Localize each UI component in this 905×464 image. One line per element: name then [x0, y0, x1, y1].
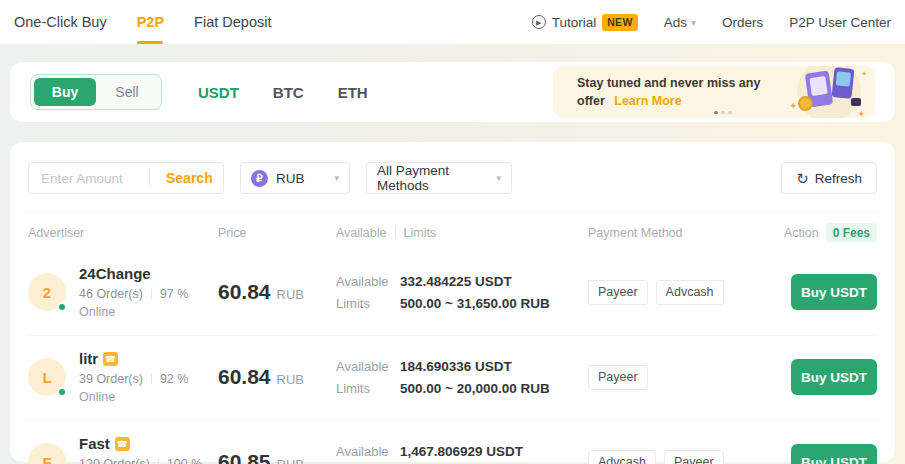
header-available-limits: AvailableLimits [336, 226, 588, 240]
completion-rate: 97 % [160, 287, 189, 301]
price-currency: RUB [277, 287, 304, 302]
available-label: Available [336, 442, 400, 461]
p2p-user-center-link[interactable]: P2P User Center [789, 15, 891, 30]
amount-input[interactable] [29, 171, 149, 186]
payment-method-tag: Advcash [588, 450, 656, 464]
avatar-initial: F [42, 454, 51, 464]
banner-illustration: ✦ ✦ ✦ [783, 66, 869, 118]
nav-tabs: One-Click Buy P2P Fiat Deposit [14, 0, 301, 44]
payment-filter-value: All Payment Methods [377, 163, 496, 193]
payment-method-tag: Payeer [664, 450, 724, 464]
order-count: 46 Order(s) [79, 287, 143, 301]
nav-tab-fiat-deposit[interactable]: Fiat Deposit [194, 0, 271, 44]
available-value: 184.690336 USDT [400, 357, 512, 376]
refresh-button[interactable]: ↻ Refresh [781, 162, 877, 194]
online-status: Online [79, 305, 188, 319]
divider [158, 459, 159, 464]
price-value: 60.84 [218, 365, 271, 389]
top-nav: One-Click Buy P2P Fiat Deposit ▶ Tutoria… [0, 0, 905, 44]
payment-method-tag: Advcash [656, 280, 724, 305]
banner-line2: offer [577, 94, 605, 108]
order-count: 39 Order(s) [79, 372, 143, 386]
table-header: Advertiser Price AvailableLimits Payment… [28, 212, 877, 251]
filter-row: Search ₽ RUB ▾ All Payment Methods ▾ ↻ R… [28, 142, 877, 194]
payment-method-tag: Payeer [588, 280, 648, 305]
header-advertiser: Advertiser [28, 226, 218, 240]
limits-label: Limits [336, 294, 400, 313]
nav-tab-p2p[interactable]: P2P [137, 0, 164, 44]
advertiser-name[interactable]: Fast [79, 435, 110, 452]
search-button[interactable]: Search [149, 168, 229, 188]
advertiser-name[interactable]: 24Change [79, 265, 151, 282]
amount-search-box: Search [28, 162, 224, 194]
coin-tabs: USDT BTC ETH [198, 84, 368, 101]
limits-label: Limits [336, 379, 400, 398]
phone-verified-icon: ☎ [103, 352, 118, 366]
buy-usdt-button[interactable]: Buy USDT [791, 359, 877, 395]
advertiser-name[interactable]: litr [79, 350, 98, 367]
tutorial-label: Tutorial [552, 15, 597, 30]
online-status-dot [57, 387, 67, 397]
tutorial-link[interactable]: ▶ Tutorial NEW [532, 14, 638, 31]
order-count: 120 Order(s) [79, 457, 150, 464]
currency-value: RUB [276, 171, 305, 186]
buy-sell-toggle: Buy Sell [30, 74, 162, 110]
chevron-down-icon: ▾ [334, 173, 339, 183]
nav-tab-one-click-buy[interactable]: One-Click Buy [14, 0, 107, 44]
nav-utilities: ▶ Tutorial NEW Ads ▾ Orders P2P User Cen… [532, 0, 891, 44]
divider [395, 227, 396, 237]
price-value: 60.84 [218, 280, 271, 304]
limits-value: 500.00 ~ 20,000.00 RUB [400, 379, 550, 398]
payment-methods: AdvcashPayeer [588, 450, 778, 464]
currency-select[interactable]: ₽ RUB ▾ [240, 162, 350, 194]
divider [151, 374, 152, 384]
limits-value: 500.00 ~ 31,650.00 RUB [400, 294, 550, 313]
tab-usdt[interactable]: USDT [198, 84, 239, 101]
refresh-icon: ↻ [796, 171, 809, 186]
buy-usdt-button[interactable]: Buy USDT [791, 274, 877, 310]
price-currency: RUB [277, 457, 304, 464]
online-status: Online [79, 390, 188, 404]
promo-banner[interactable]: Stay tuned and never miss any offer Lear… [553, 66, 875, 118]
banner-text: Stay tuned and never miss any offer Lear… [577, 74, 760, 110]
orders-link[interactable]: Orders [722, 15, 763, 30]
tab-btc[interactable]: BTC [273, 84, 304, 101]
completion-rate: 100 % [167, 457, 202, 464]
advertiser-avatar[interactable]: L [28, 358, 66, 396]
header-action-label: Action [784, 226, 819, 240]
ads-menu[interactable]: Ads ▾ [664, 15, 696, 30]
tab-eth[interactable]: ETH [338, 84, 368, 101]
sell-tab[interactable]: Sell [96, 78, 158, 106]
chevron-down-icon: ▾ [691, 17, 696, 28]
payment-methods: PayeerAdvcash [588, 280, 778, 305]
offer-list: 2 24Change ☎ 46 Order(s) 97 % Online 60.… [28, 251, 877, 464]
refresh-label: Refresh [815, 171, 862, 186]
advertiser-avatar[interactable]: F [28, 443, 66, 464]
available-value: 1,467.806929 USDT [400, 442, 523, 461]
new-badge: NEW [602, 14, 637, 31]
divider [151, 289, 152, 299]
learn-more-link[interactable]: Learn More [614, 94, 681, 108]
header-payment-method: Payment Method [588, 226, 778, 240]
price-value: 60.85 [218, 450, 271, 464]
payment-method-tag: Payeer [588, 365, 648, 390]
banner-line1: Stay tuned and never miss any [577, 76, 760, 90]
ruble-icon: ₽ [251, 170, 268, 187]
payment-methods: Payeer [588, 365, 778, 390]
completion-rate: 92 % [160, 372, 189, 386]
buy-usdt-button[interactable]: Buy USDT [791, 444, 877, 464]
offers-card: Search ₽ RUB ▾ All Payment Methods ▾ ↻ R… [10, 142, 895, 462]
buy-tab[interactable]: Buy [34, 78, 96, 106]
header-available: Available [336, 226, 387, 240]
play-icon: ▶ [532, 15, 546, 29]
advertiser-avatar[interactable]: 2 [28, 273, 66, 311]
available-label: Available [336, 357, 400, 376]
avatar-initial: 2 [43, 284, 51, 301]
payment-method-select[interactable]: All Payment Methods ▾ [366, 162, 512, 194]
carousel-dots[interactable] [714, 111, 732, 114]
offer-row: F Fast ☎ 120 Order(s) 100 % Online 60.85… [28, 421, 877, 464]
header-action: Action 0 Fees [778, 223, 877, 242]
zero-fees-badge: 0 Fees [826, 223, 877, 242]
header-price: Price [218, 226, 336, 240]
offer-row: L litr ☎ 39 Order(s) 92 % Online 60.84 R… [28, 336, 877, 421]
